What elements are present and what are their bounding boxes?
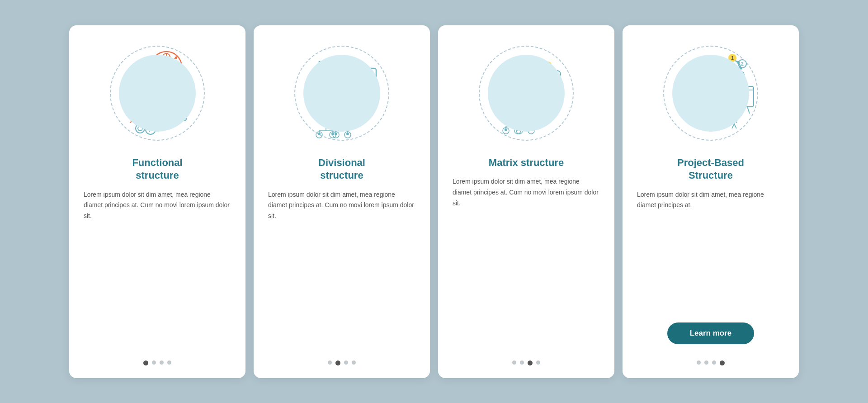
card-project: 1 2 3 4 — [623, 25, 799, 378]
illustration-functional: $ P — [103, 39, 212, 147]
dot-1 — [328, 360, 332, 365]
cards-container: $ P Functional structure — [51, 7, 817, 396]
dot-2 — [152, 360, 156, 365]
illustration-matrix — [472, 39, 580, 147]
card-functional-dots — [143, 350, 171, 365]
card-functional: $ P Functional structure — [69, 25, 245, 378]
dot-4 — [352, 360, 356, 365]
card-divisional-dots — [328, 350, 356, 365]
card-matrix-dots — [512, 350, 540, 365]
card-project-dots — [697, 350, 725, 365]
illustration-project: 1 2 3 4 — [656, 39, 765, 147]
card-divisional-title: Divisional structure — [318, 156, 365, 182]
dot-1 — [697, 360, 701, 365]
dot-3 — [160, 360, 164, 365]
dot-3 — [528, 360, 533, 365]
dot-1 — [512, 360, 516, 365]
dot-4 — [536, 360, 540, 365]
dot-4 — [167, 360, 171, 365]
card-project-text: Lorem ipsum dolor sit dim amet, mea regi… — [637, 190, 784, 313]
dot-3 — [712, 360, 716, 365]
illustration-divisional — [288, 39, 396, 147]
card-divisional-text: Lorem ipsum dolor sit dim amet, mea regi… — [268, 190, 415, 350]
dot-2 — [520, 360, 524, 365]
card-functional-title: Functional structure — [132, 156, 182, 182]
dot-4 — [720, 360, 725, 365]
dot-2 — [704, 360, 708, 365]
card-project-title: Project-Based Structure — [677, 156, 744, 182]
card-matrix: Matrix structure Lorem ipsum dolor sit d… — [438, 25, 614, 378]
card-matrix-title: Matrix structure — [489, 156, 564, 170]
card-divisional: Divisional structure Lorem ipsum dolor s… — [254, 25, 430, 378]
dot-2 — [335, 360, 340, 365]
card-matrix-text: Lorem ipsum dolor sit dim amet, mea regi… — [453, 176, 600, 349]
learn-more-button[interactable]: Learn more — [667, 322, 755, 344]
card-functional-text: Lorem ipsum dolor sit dim amet, mea regi… — [84, 190, 231, 350]
dot-3 — [344, 360, 348, 365]
dot-1 — [143, 360, 148, 365]
